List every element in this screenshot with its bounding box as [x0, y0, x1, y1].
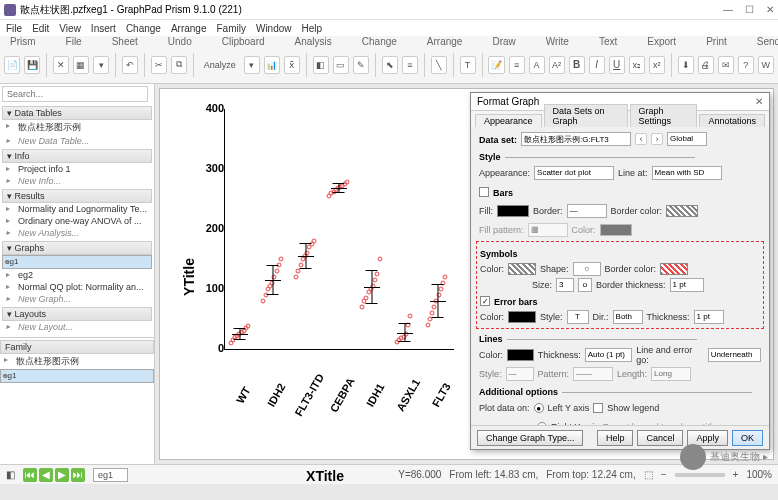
search-input[interactable]	[2, 86, 148, 102]
tree-section[interactable]: ▾ Results	[2, 189, 152, 203]
shape-select[interactable]: ○	[573, 262, 601, 276]
tree-item[interactable]: New Analysis...	[2, 227, 152, 239]
tree-section[interactable]: ▾ Data Tables	[2, 106, 152, 120]
y-axis-title[interactable]: YTitle	[181, 258, 197, 296]
zoom-fit-icon[interactable]: ⬚	[644, 469, 653, 480]
write-icon[interactable]: T	[460, 56, 476, 74]
menu-view[interactable]: View	[59, 23, 81, 34]
dataset-select[interactable]: 散点柱形图示例:G:FLT3	[521, 132, 631, 146]
bordercolor-swatch[interactable]	[666, 205, 698, 217]
sheet-icon[interactable]: ▦	[73, 56, 89, 74]
sheet-nav-select[interactable]: eg1	[93, 468, 128, 482]
chart[interactable]: YTitle XTitle 0100200300400 WTIDH2FLT3-I…	[190, 109, 460, 429]
help-button[interactable]: Help	[597, 430, 634, 446]
tree-item[interactable]: New Data Table...	[2, 135, 152, 147]
dialog-tab[interactable]: Appearance	[475, 114, 542, 127]
menu-family[interactable]: Family	[216, 23, 245, 34]
dropdown-icon[interactable]: ▾	[93, 56, 109, 74]
draw-icon[interactable]: ╲	[431, 56, 447, 74]
error-style-select[interactable]: T	[567, 310, 589, 324]
zoom-out-button[interactable]: −	[661, 469, 667, 480]
sub-icon[interactable]: x₂	[629, 56, 645, 74]
tree-item[interactable]: Project info 1	[2, 163, 152, 175]
line-color-swatch[interactable]	[507, 349, 534, 361]
tree-item[interactable]: New Info...	[2, 175, 152, 187]
align-icon[interactable]: ≡	[402, 56, 418, 74]
sup-icon[interactable]: A²	[549, 56, 565, 74]
export-icon[interactable]: ⬇	[678, 56, 694, 74]
menu-change[interactable]: Change	[126, 23, 161, 34]
font-a-icon[interactable]: A	[529, 56, 545, 74]
dialog-tab[interactable]: Annotations	[699, 114, 765, 127]
change2-icon[interactable]: ▭	[333, 56, 349, 74]
cut-icon[interactable]: ✂	[151, 56, 167, 74]
changegraphtype-button[interactable]: Change Graph Type...	[477, 430, 583, 446]
menu-edit[interactable]: Edit	[32, 23, 49, 34]
showlegend-checkbox[interactable]	[593, 403, 603, 413]
dialog-tab[interactable]: Data Sets on Graph	[544, 104, 628, 127]
prev-button[interactable]: ◀	[39, 468, 53, 482]
zoom-slider[interactable]	[675, 473, 725, 477]
italic-icon[interactable]: I	[589, 56, 605, 74]
pattern-select[interactable]: ——	[573, 367, 613, 381]
linegoes-select[interactable]: Underneath	[708, 348, 761, 362]
maximize-button[interactable]: ☐	[745, 4, 754, 15]
first-button[interactable]: ⏮	[23, 468, 37, 482]
x-axis-title[interactable]: XTitle	[306, 468, 344, 484]
cancel-button[interactable]: Cancel	[637, 430, 683, 446]
family-item[interactable]: eg1	[0, 369, 154, 383]
scope-select[interactable]: Global	[667, 132, 707, 146]
change-icon[interactable]: ◧	[313, 56, 329, 74]
align-left-icon[interactable]: ≡	[509, 56, 525, 74]
error-thick-select[interactable]: 1 pt	[694, 310, 724, 324]
doc-icon[interactable]: 📝	[488, 56, 504, 74]
tree-section[interactable]: ▾ Layouts	[2, 307, 152, 321]
tree-item[interactable]: eg1	[2, 255, 152, 269]
la-icon[interactable]: ?	[738, 56, 754, 74]
size-select[interactable]: 3	[556, 278, 574, 292]
arrange-icon[interactable]: ⬉	[382, 56, 398, 74]
underline-icon[interactable]: U	[609, 56, 625, 74]
tree-item[interactable]: New Graph...	[2, 293, 152, 305]
line-thick-select[interactable]: Auto (1 pt)	[585, 348, 633, 362]
send-icon[interactable]: ✉	[718, 56, 734, 74]
last-button[interactable]: ⏭	[71, 468, 85, 482]
tree-item[interactable]: eg2	[2, 269, 152, 281]
family-header[interactable]: Family	[0, 340, 154, 354]
border-select[interactable]: —	[567, 204, 607, 218]
borderthick-select[interactable]: 1 pt	[670, 278, 704, 292]
error-dir-select[interactable]: Both	[613, 310, 643, 324]
bars-checkbox[interactable]	[479, 187, 489, 197]
zoom-in-button[interactable]: +	[733, 469, 739, 480]
bold-icon[interactable]: B	[569, 56, 585, 74]
tree-item[interactable]: Ordinary one-way ANOVA of ...	[2, 215, 152, 227]
menu-window[interactable]: Window	[256, 23, 292, 34]
sup2-icon[interactable]: x²	[649, 56, 665, 74]
fit-icon[interactable]: 📊	[264, 56, 280, 74]
new-sheet-icon[interactable]: ✕	[53, 56, 69, 74]
menu-insert[interactable]: Insert	[91, 23, 116, 34]
tree-item[interactable]: Normal QQ plot: Normality an...	[2, 281, 152, 293]
tree-section[interactable]: ▾ Graphs	[2, 241, 152, 255]
analyze-dropdown[interactable]: ▾	[244, 56, 260, 74]
prev-dataset-button[interactable]: ‹	[635, 133, 647, 145]
menu-file[interactable]: File	[6, 23, 22, 34]
menu-arrange[interactable]: Arrange	[171, 23, 207, 34]
error-color-swatch[interactable]	[508, 311, 536, 323]
stats-icon[interactable]: x̄	[284, 56, 300, 74]
menu-help[interactable]: Help	[302, 23, 323, 34]
undo-icon[interactable]: ↶	[122, 56, 138, 74]
symbol-bordercolor-swatch[interactable]	[660, 263, 688, 275]
copy-icon[interactable]: ⧉	[171, 56, 187, 74]
analyze-button[interactable]: Analyze	[200, 58, 240, 72]
plot-area[interactable]	[224, 109, 454, 349]
open-icon[interactable]: 📄	[4, 56, 20, 74]
errorbars-checkbox[interactable]: ✓	[480, 296, 490, 306]
tree-item[interactable]: 散点柱形图示例	[2, 120, 152, 135]
change3-icon[interactable]: ✎	[353, 56, 369, 74]
family-item[interactable]: 散点柱形图示例	[0, 354, 154, 369]
help-icon[interactable]: W	[758, 56, 774, 74]
tree-section[interactable]: ▾ Info	[2, 149, 152, 163]
dialog-tab[interactable]: Graph Settings	[630, 104, 698, 127]
next-dataset-button[interactable]: ›	[651, 133, 663, 145]
